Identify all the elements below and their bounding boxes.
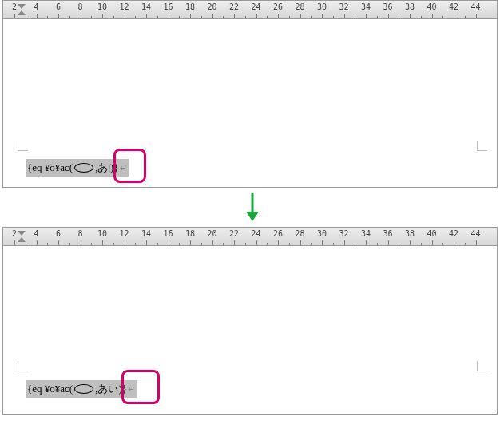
ruler-number: 12 bbox=[119, 2, 129, 11]
first-line-indent-marker[interactable] bbox=[18, 4, 26, 9]
hanging-indent-marker[interactable] bbox=[18, 10, 26, 15]
ruler-tick-minor bbox=[245, 243, 246, 245]
ruler-tick bbox=[125, 240, 125, 245]
ruler-tick-minor bbox=[377, 243, 378, 245]
margin-corner-left bbox=[18, 141, 28, 151]
ruler-number: 26 bbox=[273, 229, 283, 238]
ruler-tick bbox=[212, 14, 213, 18]
ruler-tick bbox=[388, 240, 389, 245]
ruler-tick bbox=[102, 14, 103, 18]
margin-corner-right bbox=[477, 141, 487, 151]
ruler-tick bbox=[125, 14, 125, 18]
ruler-tick bbox=[212, 240, 213, 245]
field-code[interactable]: { eq ¥o¥ac( , あい )} ↵ bbox=[26, 380, 137, 398]
first-line-indent-marker[interactable] bbox=[18, 231, 26, 236]
ruler-tick bbox=[278, 14, 279, 18]
ruler-number: 16 bbox=[163, 2, 173, 11]
ruler-number: 22 bbox=[229, 229, 239, 238]
ruler-tick-minor bbox=[201, 243, 202, 245]
ruler-number: 30 bbox=[317, 2, 327, 11]
ruler-tick-minor bbox=[442, 16, 443, 18]
ruler-number: 32 bbox=[339, 2, 348, 11]
ruler-tick bbox=[432, 14, 433, 18]
ruler-tick bbox=[454, 14, 454, 18]
ruler-tick bbox=[476, 240, 477, 245]
ruler-tick-minor bbox=[465, 16, 466, 18]
ruler-tick-minor bbox=[311, 243, 312, 245]
field-code-prefix: eq ¥o¥ac( bbox=[32, 383, 73, 395]
ruler-number: 12 bbox=[119, 229, 129, 238]
ruler-tick-minor bbox=[333, 16, 334, 18]
ruler-number: 44 bbox=[470, 2, 480, 11]
ruler-number: 2 bbox=[12, 2, 17, 11]
ruler-tick bbox=[234, 14, 235, 18]
ruler-tick bbox=[476, 14, 477, 18]
ruler-tick bbox=[432, 240, 433, 245]
ruler-tick bbox=[454, 240, 454, 245]
ruler-tick-minor bbox=[47, 16, 48, 18]
field-code[interactable]: { eq ¥o¥ac( , あ | )} ↵ bbox=[26, 159, 129, 177]
ruler-tick-minor bbox=[377, 16, 378, 18]
ruler-tick-minor bbox=[69, 243, 70, 245]
ruler-tick-minor bbox=[465, 243, 466, 245]
ruler-number: 2 bbox=[12, 229, 17, 238]
ruler-tick bbox=[81, 14, 81, 18]
ruler-tick-minor bbox=[91, 16, 92, 18]
ruler-tick-minor bbox=[399, 16, 399, 18]
ruler-tick-minor bbox=[223, 243, 224, 245]
ruler-tick-minor bbox=[442, 243, 443, 245]
ruler-number: 6 bbox=[56, 229, 61, 238]
ruler-tick-minor bbox=[355, 243, 355, 245]
ruler-tick bbox=[366, 14, 367, 18]
ruler-tick bbox=[344, 14, 345, 18]
field-code-prefix: eq ¥o¥ac( bbox=[32, 161, 73, 174]
ruler-tick bbox=[37, 240, 38, 245]
ruler-tick bbox=[14, 240, 15, 245]
ruler-tick bbox=[410, 240, 411, 245]
transition-arrow bbox=[0, 188, 504, 227]
ruler-tick bbox=[388, 14, 389, 18]
ruler-tick-minor bbox=[179, 243, 180, 245]
ruler-number: 34 bbox=[361, 229, 371, 238]
ruler-number: 34 bbox=[361, 2, 371, 11]
field-close: )} bbox=[118, 383, 127, 395]
ruler-tick-minor bbox=[399, 243, 399, 245]
document-area[interactable]: { eq ¥o¥ac( , あい )} ↵ bbox=[3, 246, 497, 414]
paragraph-mark-icon: ↵ bbox=[120, 163, 127, 173]
ruler-tick bbox=[58, 14, 59, 18]
ruler-tick bbox=[322, 14, 323, 18]
ruler-tick-minor bbox=[289, 243, 290, 245]
ruler-number: 38 bbox=[405, 229, 415, 238]
ruler-tick bbox=[300, 14, 301, 18]
document-area[interactable]: { eq ¥o¥ac( , あ | )} ↵ bbox=[3, 19, 497, 187]
ruler-tick bbox=[190, 14, 191, 18]
ruler-number: 40 bbox=[427, 229, 436, 238]
ruler-tick bbox=[37, 14, 38, 18]
ruler-number: 4 bbox=[34, 2, 38, 11]
ruler-number: 10 bbox=[97, 2, 107, 11]
ruler-tick-minor bbox=[91, 243, 92, 245]
ruler-tick-minor bbox=[201, 16, 202, 18]
ruler-tick-minor bbox=[157, 16, 158, 18]
ruler-number: 40 bbox=[427, 2, 436, 11]
ruler-tick bbox=[278, 240, 279, 245]
ruler-number: 16 bbox=[163, 229, 173, 238]
ruler-tick bbox=[169, 14, 169, 18]
field-enclosed-text: あ bbox=[97, 161, 108, 175]
paragraph-mark-icon: ↵ bbox=[128, 384, 135, 395]
hanging-indent-marker[interactable] bbox=[18, 237, 26, 242]
ruler-tick-minor bbox=[26, 243, 26, 245]
ruler-number: 6 bbox=[56, 2, 61, 11]
arrow-down-icon bbox=[243, 191, 262, 223]
ruler-number: 26 bbox=[273, 2, 283, 11]
ruler-tick bbox=[146, 240, 147, 245]
ruler-tick-minor bbox=[289, 16, 290, 18]
ruler-number: 38 bbox=[405, 2, 415, 11]
editor-panel-after: 2468101214161820222426283032343638404244… bbox=[2, 227, 498, 415]
ruler-tick-minor bbox=[223, 16, 224, 18]
ruler-tick bbox=[169, 240, 169, 245]
field-close: )} bbox=[110, 161, 119, 174]
ruler-number: 8 bbox=[77, 229, 82, 238]
ruler-tick bbox=[14, 14, 15, 18]
ruler-number: 42 bbox=[449, 2, 458, 11]
